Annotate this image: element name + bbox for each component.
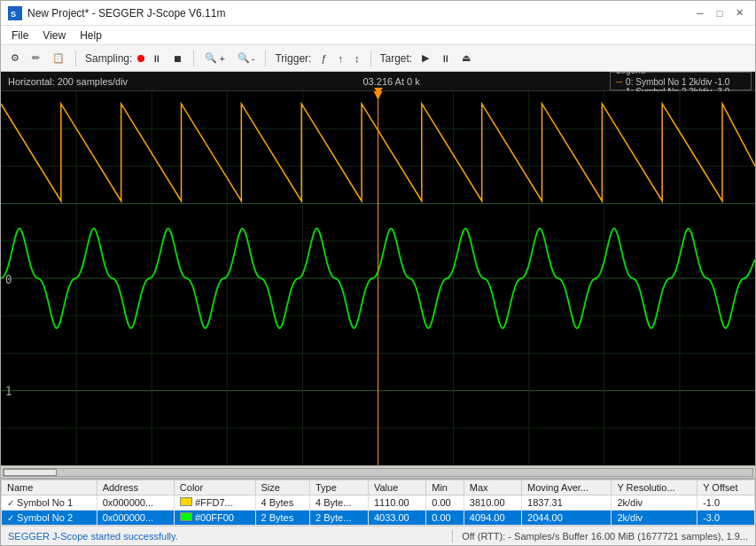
title-bar: S New Project* - SEGGER J-Scope V6.11m ─… bbox=[1, 1, 755, 26]
col-size[interactable]: Size bbox=[255, 480, 309, 495]
trigger-up-button[interactable]: ↑ bbox=[334, 49, 348, 68]
row1-size: 4 Bytes bbox=[255, 495, 309, 511]
row2-size: 2 Bytes bbox=[255, 511, 309, 526]
row1-y-offset: -1.0 bbox=[698, 495, 755, 511]
row2-y-resolution: 2k/div bbox=[612, 511, 698, 526]
status-info: Off (RTT): - Samples/s Buffer 16.00 MiB … bbox=[462, 531, 748, 542]
minimize-button[interactable]: ─ bbox=[691, 4, 709, 22]
file-icon: 📋 bbox=[52, 52, 65, 64]
row1-address: 0x000000... bbox=[97, 495, 174, 511]
col-y-resolution[interactable]: Y Resolutio... bbox=[612, 480, 698, 495]
sampling-section: Sampling: ⏸ ⏹ bbox=[82, 49, 187, 68]
col-address[interactable]: Address bbox=[97, 480, 174, 495]
menu-file[interactable]: File bbox=[4, 27, 35, 43]
sampling-stop-button[interactable]: ⏹ bbox=[168, 49, 187, 68]
cursor-value: 0 k bbox=[407, 76, 420, 87]
scope-area: Horizontal: 200 samples/div 03.216 At 0 … bbox=[1, 72, 755, 478]
settings-button[interactable]: ⚙ bbox=[6, 49, 24, 68]
col-color[interactable]: Color bbox=[174, 480, 255, 495]
row1-max: 3810.00 bbox=[464, 495, 521, 511]
row2-y-offset: -3.0 bbox=[698, 511, 755, 526]
table-row[interactable]: ✓ Symbol No 2 0x000000... #00FF00 2 Byte… bbox=[2, 511, 755, 526]
zoom-out-button[interactable]: 🔍- bbox=[233, 49, 260, 68]
menu-view[interactable]: View bbox=[35, 27, 73, 43]
row1-check: ✓ bbox=[7, 498, 14, 508]
toolbar-sep-2 bbox=[193, 51, 194, 66]
row1-name: ✓ Symbol No 1 bbox=[2, 495, 97, 511]
row2-color: #00FF00 bbox=[174, 511, 255, 526]
row2-moving-avg: 2044.00 bbox=[522, 511, 612, 526]
cursor-time-display: 03.216 At 0 k bbox=[362, 76, 419, 87]
record-dot bbox=[137, 55, 144, 62]
sampling-label: Sampling: bbox=[85, 52, 132, 65]
maximize-button[interactable]: □ bbox=[711, 4, 729, 22]
col-max[interactable]: Max bbox=[464, 480, 521, 495]
row2-type: 2 Byte... bbox=[309, 511, 368, 526]
trigger-f-button[interactable]: ƒ bbox=[316, 49, 331, 68]
row2-name: ✓ Symbol No 2 bbox=[2, 511, 97, 526]
col-y-offset[interactable]: Y Offset bbox=[698, 480, 755, 495]
target-eject-button[interactable]: ⏏ bbox=[457, 49, 475, 68]
row2-max: 4094.00 bbox=[464, 511, 521, 526]
zoom-out-icon: 🔍 bbox=[238, 52, 250, 64]
legend-label-0: 0: Symbol No 1 2k/div -1.0 bbox=[626, 77, 729, 87]
table-row[interactable]: ✓ Symbol No 1 0x000000... #FFD7... 4 Byt… bbox=[2, 495, 755, 511]
trigger-section: Trigger: ƒ ↑ ↕ bbox=[272, 49, 363, 68]
toolbar-sep-1 bbox=[75, 51, 76, 66]
row1-type: 4 Byte... bbox=[309, 495, 368, 511]
col-min[interactable]: Min bbox=[426, 480, 464, 495]
data-table: Name Address Color Size Type Value Min M… bbox=[1, 480, 755, 526]
scroll-thumb[interactable] bbox=[4, 469, 57, 476]
row1-min: 0.00 bbox=[426, 495, 464, 511]
target-play-button[interactable]: ▶ bbox=[417, 49, 433, 68]
toolbar-sep-3 bbox=[265, 51, 266, 66]
status-separator bbox=[452, 530, 453, 542]
scope-scrollbar[interactable] bbox=[1, 465, 755, 478]
row2-min: 0.00 bbox=[426, 511, 464, 526]
row1-y-resolution: 2k/div bbox=[612, 495, 698, 511]
col-type[interactable]: Type bbox=[309, 480, 368, 495]
status-message: SEGGER J-Scope started successfully. bbox=[8, 531, 443, 542]
waveform-svg: 0 1 bbox=[1, 91, 755, 465]
window-title: New Project* - SEGGER J-Scope V6.11m bbox=[27, 7, 225, 20]
row2-color-swatch bbox=[180, 512, 192, 521]
main-content: Horizontal: 200 samples/div 03.216 At 0 … bbox=[1, 72, 755, 545]
stop-icon: ⏹ bbox=[173, 53, 183, 64]
scope-canvas[interactable]: 0 1 bbox=[1, 91, 755, 465]
app-icon: S bbox=[8, 6, 22, 20]
legend-color-0: ─ bbox=[616, 77, 622, 87]
scroll-track[interactable] bbox=[3, 468, 753, 477]
trigger-updown-button[interactable]: ↕ bbox=[350, 49, 364, 68]
svg-text:S: S bbox=[11, 10, 16, 19]
legend-title: Legend bbox=[616, 72, 745, 75]
target-section: Target: ▶ ⏸ ⏏ bbox=[378, 49, 476, 68]
row1-value: 1110.00 bbox=[368, 495, 425, 511]
row2-address: 0x000000... bbox=[97, 511, 174, 526]
row1-moving-avg: 1837.31 bbox=[522, 495, 612, 511]
zoom-in-button[interactable]: 🔍+ bbox=[200, 49, 229, 68]
title-bar-controls: ─ □ ✕ bbox=[691, 4, 748, 22]
scope-header: Horizontal: 200 samples/div 03.216 At 0 … bbox=[1, 72, 755, 91]
title-bar-left: S New Project* - SEGGER J-Scope V6.11m bbox=[8, 6, 225, 20]
row2-check: ✓ bbox=[7, 513, 14, 523]
target-label: Target: bbox=[380, 52, 413, 65]
data-table-area: Name Address Color Size Type Value Min M… bbox=[1, 478, 755, 526]
trigger-label: Trigger: bbox=[275, 52, 311, 65]
col-name[interactable]: Name bbox=[2, 480, 97, 495]
row1-color: #FFD7... bbox=[174, 495, 255, 511]
target-pause-button[interactable]: ⏸ bbox=[436, 49, 455, 68]
edit-button[interactable]: ✏ bbox=[27, 49, 44, 68]
toolbar-sep-4 bbox=[370, 51, 371, 66]
row2-value: 4033.00 bbox=[368, 511, 425, 526]
legend-box: Legend ─ 0: Symbol No 1 2k/div -1.0 ─ 1:… bbox=[610, 72, 752, 90]
sampling-pause-button[interactable]: ⏸ bbox=[147, 49, 166, 68]
close-button[interactable]: ✕ bbox=[730, 4, 748, 22]
main-window: S New Project* - SEGGER J-Scope V6.11m ─… bbox=[0, 0, 756, 546]
file-button[interactable]: 📋 bbox=[48, 49, 69, 68]
col-value[interactable]: Value bbox=[368, 480, 425, 495]
svg-text:1: 1 bbox=[5, 384, 12, 398]
horizontal-label: Horizontal: 200 samples/div bbox=[8, 76, 128, 87]
menu-help[interactable]: Help bbox=[73, 27, 109, 43]
toolbar: ⚙ ✏ 📋 Sampling: ⏸ ⏹ 🔍+ 🔍- Trigger: bbox=[1, 45, 755, 72]
col-moving-avg[interactable]: Moving Aver... bbox=[522, 480, 612, 495]
